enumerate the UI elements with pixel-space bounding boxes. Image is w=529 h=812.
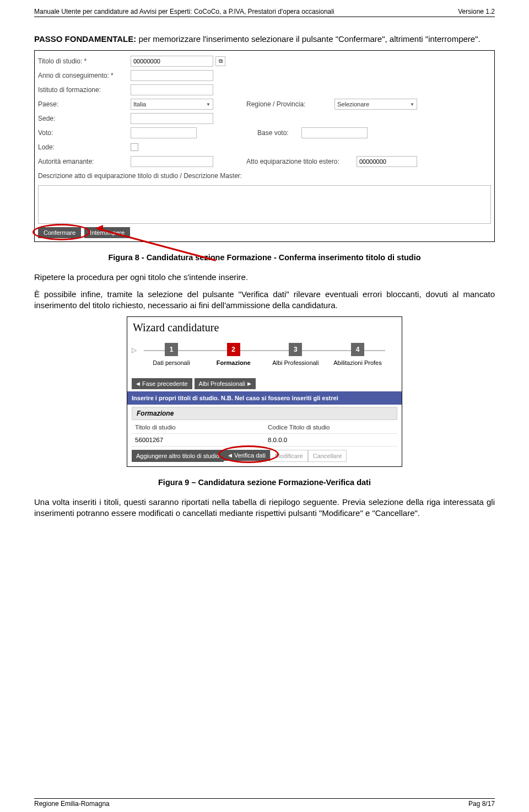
wizard-step-label-3: Albi Professionali: [272, 359, 319, 366]
label-istituto: Istituto di formazione:: [38, 86, 131, 94]
input-voto[interactable]: [131, 127, 197, 138]
passo-strong: PASSO FONDAMENTALE:: [34, 34, 136, 44]
wizard-step-label-1: Dati personali: [153, 359, 190, 366]
col-codice: Codice Titolo di studio: [264, 421, 397, 434]
page-footer: Regione Emilia-Romagna Pag 8/17: [34, 798, 495, 808]
wizard-step-3[interactable]: 3 Albi Professionali: [268, 343, 323, 366]
chevron-down-icon: ▼: [410, 102, 414, 107]
fase-successiva-label: Albi Professionali: [199, 380, 245, 387]
label-titolo: Titolo di studio:: [38, 57, 131, 65]
form-screenshot-fig8: Titolo di studio: ⧉ Anno di conseguiment…: [34, 50, 495, 242]
caption-fig8: Figura 8 - Candidatura sezione Formazion…: [34, 253, 495, 262]
wizard-step-label-2: Formazione: [217, 359, 251, 366]
label-paese: Paese:: [38, 100, 131, 108]
confermare-button[interactable]: Confermare: [38, 227, 81, 238]
wizard-step-1[interactable]: 1 Dati personali: [144, 343, 199, 366]
cell-titolo: 56001267: [132, 434, 264, 447]
combo-paese[interactable]: Italia▼: [131, 99, 213, 110]
wizard-step-num-3: 3: [289, 343, 302, 356]
table-header-row: Titolo di studio Codice Titolo di studio: [132, 421, 397, 434]
textarea-descrizione[interactable]: [38, 185, 491, 224]
fase-precedente-button[interactable]: ◀Fase precedente: [132, 378, 192, 389]
label-basevoto: Base voto:: [257, 129, 301, 137]
input-istituto[interactable]: [131, 84, 213, 95]
input-anno[interactable]: [131, 70, 213, 81]
modificare-button[interactable]: Modificare: [270, 450, 308, 462]
input-sede[interactable]: [131, 113, 213, 124]
verifica-dati-button[interactable]: ◀Verifica dati: [224, 450, 270, 461]
wizard-step-num-2: 2: [227, 343, 240, 356]
combo-regione[interactable]: Selezionare▼: [334, 99, 417, 110]
wizard-title: Wizard candidature: [127, 317, 402, 337]
footer-right: Pag 8/17: [468, 800, 495, 808]
chevron-left-icon: ◀: [136, 381, 140, 386]
label-anno: Anno di conseguimento:: [38, 72, 131, 79]
label-lode: Lode:: [38, 143, 131, 151]
input-titolo[interactable]: [131, 56, 213, 67]
caption-fig9: Figura 9 – Candidatura sezione Formazion…: [34, 478, 495, 487]
col-titolo: Titolo di studio: [132, 421, 264, 434]
chevron-left-icon: ◀: [228, 453, 232, 458]
wizard-step-label-4: Abilitazioni Profes: [333, 359, 381, 366]
interrompere-button[interactable]: Interrompere: [84, 227, 130, 238]
para-possibile: È possibile infine, tramite la selezione…: [34, 289, 495, 311]
label-descrizione: Descrizione atto di equiparazione titolo…: [38, 172, 242, 180]
footer-left: Regione Emilia-Romagna: [34, 800, 110, 808]
intro-paragraph: PASSO FONDAMENTALE: per memorizzare l'in…: [34, 34, 495, 45]
label-voto: Voto:: [38, 129, 131, 137]
header-left: Manuale Utente per candidature ad Avvisi…: [34, 8, 334, 15]
input-autorita[interactable]: [131, 156, 213, 167]
page-header: Manuale Utente per candidature ad Avvisi…: [34, 0, 495, 17]
fase-precedente-label: Fase precedente: [142, 380, 188, 387]
table-row[interactable]: 56001267 8.0.0.0: [132, 434, 397, 447]
label-sede: Sede:: [38, 115, 131, 122]
label-attoeq: Atto equiparazione titolo estero:: [246, 158, 357, 165]
input-attoeq[interactable]: [357, 156, 417, 167]
combo-paese-value: Italia: [133, 101, 146, 107]
combo-regione-value: Selezionare: [337, 101, 369, 107]
wizard-step-2[interactable]: 2 Formazione: [206, 343, 261, 366]
label-regione: Regione / Provincia:: [246, 100, 334, 108]
passo-rest: per memorizzare l'inserimento selezionar…: [136, 34, 480, 44]
chevron-down-icon: ▼: [206, 102, 210, 107]
cancellare-button[interactable]: Cancellare: [308, 450, 347, 462]
wizard-step-4[interactable]: 4 Abilitazioni Profes: [330, 343, 385, 366]
wizard-screenshot-fig9: Wizard candidature ▷ 1 Dati personali 2 …: [127, 316, 402, 467]
cell-codice: 8.0.0.0: [264, 434, 397, 447]
para-una-volta: Una volta inseriti i titoli, questi sara…: [34, 497, 495, 519]
input-basevoto[interactable]: [301, 127, 368, 138]
lookup-icon[interactable]: ⧉: [215, 56, 225, 66]
label-autorita: Autorità emanante:: [38, 158, 131, 165]
verifica-dati-label: Verifica dati: [234, 452, 266, 459]
para-ripetere: Ripetere la procedura per ogni titolo ch…: [34, 272, 495, 283]
header-right: Versione 1.2: [458, 8, 495, 15]
wizard-instruction-strip: Inserire i propri titoli di studio. N.B.…: [127, 391, 402, 405]
checkbox-lode[interactable]: [131, 143, 138, 151]
aggiungere-titolo-button[interactable]: Aggiungere altro titolo di studio: [132, 450, 224, 462]
fase-successiva-button[interactable]: Albi Professionali▶: [195, 378, 256, 389]
wizard-step-num-1: 1: [165, 343, 178, 356]
formazione-table: Titolo di studio Codice Titolo di studio…: [132, 421, 397, 447]
chevron-right-icon: ▶: [247, 381, 251, 386]
section-header-formazione: Formazione: [132, 407, 397, 420]
wizard-step-num-4: 4: [351, 343, 364, 356]
